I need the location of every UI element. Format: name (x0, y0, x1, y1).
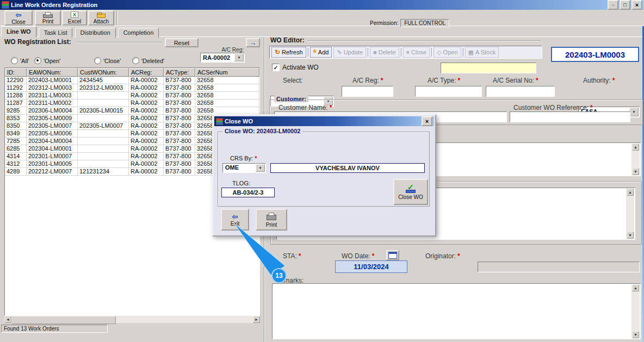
cell-acreg: RA-00002 (129, 100, 164, 107)
crs-name-field[interactable]: VYACHESLAV IVANOV (270, 163, 425, 173)
add-icon (313, 49, 317, 55)
tab-task-list[interactable]: Task List (39, 28, 73, 38)
cell-eawonum: 202301-LM0007 (27, 153, 78, 160)
cell-acreg: RA-00002 (129, 138, 164, 145)
close-wo-button[interactable]: Close WO (393, 179, 428, 205)
refresh-button[interactable]: Refresh (271, 47, 306, 58)
tlog-field[interactable]: AB-034/2-3 (221, 188, 275, 197)
wo-date-label: WO Date:* (342, 252, 374, 260)
radio-deleted-icon[interactable] (132, 57, 139, 64)
cell-id: 4289 (5, 168, 27, 176)
customer-ref-field[interactable] (510, 111, 630, 122)
cell-custwonum (78, 160, 129, 168)
close-icon (406, 49, 410, 55)
col-actype[interactable]: ACType: (164, 68, 195, 77)
filter-all[interactable]: 'All' (11, 57, 29, 64)
scroll-left-icon[interactable] (4, 316, 11, 323)
chevron-down-icon[interactable] (256, 164, 265, 172)
filter-open[interactable]: 'Open' (34, 57, 60, 64)
col-custwonum[interactable]: CustWONum: (78, 68, 129, 77)
close-wo-action-icon (405, 184, 416, 193)
add-button[interactable]: Add (310, 47, 332, 58)
cell-actype: B737-800 (164, 84, 195, 92)
dialog-print-button[interactable]: Print (256, 209, 287, 231)
activate-wo-label: Activate WO (282, 64, 319, 71)
cell-id: 12290 (5, 77, 27, 84)
close-wo-toolbar-button[interactable]: Close (403, 47, 430, 58)
cell-id: 8350 (5, 122, 27, 130)
scroll-up-icon[interactable] (632, 144, 639, 151)
radio-all-icon[interactable] (11, 57, 18, 64)
toolbar-close-button[interactable]: Close (4, 10, 33, 26)
scroll-down-icon[interactable] (632, 331, 639, 338)
crs-by-dropdown[interactable]: OME (222, 163, 266, 173)
radio-close-icon[interactable] (94, 57, 101, 64)
cell-eawonum: 202305-LM0009 (27, 115, 78, 122)
scroll-down-icon[interactable] (632, 168, 639, 175)
reset-button[interactable]: Reset (165, 38, 199, 47)
scroll-up-icon[interactable] (627, 189, 634, 196)
cell-custwonum (78, 130, 129, 138)
tab-line-wo[interactable]: Line WO (1, 26, 36, 38)
col-acsernum[interactable]: ACSerNum (195, 68, 259, 77)
toolbar-attach-button[interactable]: Attach (88, 10, 114, 26)
list-ac-reg-dropdown[interactable]: RA-00002 (200, 53, 245, 63)
activation-code-field[interactable] (441, 63, 536, 73)
activate-wo-checkbox[interactable] (272, 64, 280, 71)
table-row[interactable]: 9285 202306-LM0004 202305-LM0015 RA-0000… (5, 107, 259, 115)
remarks-textarea[interactable] (272, 283, 641, 339)
table-row[interactable]: 11288 202311-LM0003 RA-00002 B737-800 32… (5, 92, 259, 100)
radio-open-icon[interactable] (34, 57, 41, 64)
tab-distribution[interactable]: Distribution (75, 28, 116, 38)
table-row[interactable]: 11292 202312-LM0003 202312-LM0003 RA-000… (5, 84, 259, 92)
remarks-scrollbar[interactable] (631, 284, 640, 338)
ac-type-field[interactable] (415, 86, 482, 97)
scroll-right-icon[interactable] (253, 316, 260, 323)
filter-close[interactable]: 'Close' (94, 57, 121, 64)
dialog-titlebar: Close WO (214, 116, 434, 126)
close-window-icon[interactable] (631, 0, 642, 10)
filter-open-label: 'Open' (44, 58, 60, 64)
ac-serial-field[interactable] (486, 86, 555, 97)
table-row[interactable]: 11287 202311-LM0002 RA-00002 B737-800 32… (5, 100, 259, 107)
cell-actype: B737-800 (164, 145, 195, 153)
ac-reg-field[interactable] (342, 86, 393, 97)
scroll-down-icon[interactable] (627, 232, 634, 239)
scroll-up-icon[interactable] (632, 284, 639, 291)
calendar-button[interactable] (386, 250, 399, 260)
col-eawonum[interactable]: EAWONum: (27, 68, 78, 77)
rule (76, 42, 162, 43)
cell-id: 8353 (5, 115, 27, 122)
col-acreg[interactable]: ACReg: (129, 68, 164, 77)
customer-name-label: Customer Name:* (278, 104, 332, 111)
filter-deleted[interactable]: 'Deleted' (132, 57, 164, 64)
list-hscrollbar[interactable] (4, 316, 260, 323)
cell-id: 4312 (5, 160, 27, 168)
next-arrow-button[interactable]: → (246, 38, 260, 47)
a-stock-button[interactable]: A Stock (465, 47, 499, 58)
chevron-down-icon[interactable] (234, 54, 244, 61)
cell-acsernum: 32658 (195, 100, 259, 107)
tab-line-wo-label: Line WO (7, 28, 31, 35)
wo-date-display: 11/03/2024 (335, 260, 407, 273)
cell-actype: B737-800 (164, 77, 195, 84)
exit-button[interactable]: Exit (221, 209, 249, 231)
open-button[interactable]: Open (434, 47, 461, 58)
toolbar-excel-button[interactable]: Excel (62, 10, 87, 26)
dialog-close-icon[interactable] (422, 116, 432, 126)
tab-completion[interactable]: Completion (118, 28, 159, 38)
details-scrollbar[interactable] (626, 189, 634, 239)
col-id[interactable]: ID: (5, 68, 27, 77)
table-row[interactable]: 12290 202403-LM0001 2434545 RA-00002 B73… (5, 77, 259, 84)
update-button[interactable]: Update (333, 47, 366, 58)
minimize-icon[interactable] (608, 0, 618, 10)
delete-button[interactable]: Delete (370, 47, 399, 58)
toolbar-separator (463, 48, 463, 57)
description-scrollbar[interactable] (631, 144, 640, 175)
toolbar-print-button[interactable]: Print (35, 10, 61, 26)
permission-label: Permission: (370, 20, 398, 26)
cell-actype: B737-800 (164, 138, 195, 145)
cell-custwonum (78, 145, 129, 153)
hscroll-thumb[interactable] (11, 316, 116, 324)
maximize-icon[interactable] (620, 0, 630, 10)
